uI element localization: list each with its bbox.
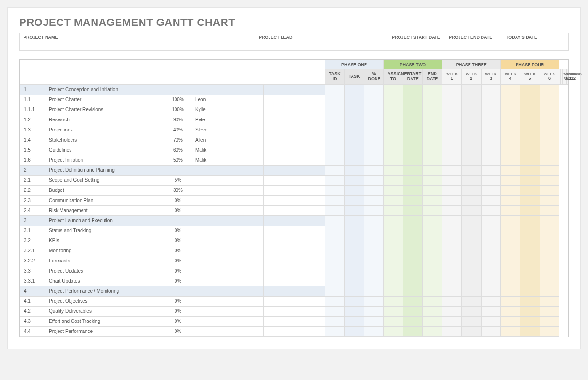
cell-week-3[interactable]: [364, 165, 384, 175]
cell-end-date[interactable]: [296, 175, 325, 185]
cell-week-1[interactable]: [325, 135, 345, 145]
cell-week-6[interactable]: [423, 226, 442, 236]
cell-week-5[interactable]: [403, 95, 423, 105]
cell-week-2[interactable]: [344, 125, 364, 135]
cell-week-6[interactable]: [423, 155, 442, 165]
cell-week-10[interactable]: [501, 105, 520, 115]
cell-end-date[interactable]: [296, 296, 325, 306]
cell-assigned[interactable]: [191, 316, 264, 326]
cell-week-12[interactable]: [540, 84, 559, 95]
cell-week-10[interactable]: [501, 215, 520, 226]
cell-end-date[interactable]: [296, 266, 325, 276]
cell-start-date[interactable]: [264, 296, 296, 306]
cell-week-2[interactable]: [344, 145, 364, 155]
cell-week-6[interactable]: [423, 84, 442, 95]
cell-task-id[interactable]: 1: [20, 84, 45, 95]
cell-week-11[interactable]: [520, 95, 540, 105]
cell-week-8[interactable]: [461, 155, 481, 165]
cell-week-2[interactable]: [344, 236, 364, 246]
cell-task[interactable]: Scope and Goal Setting: [45, 175, 165, 185]
cell-week-3[interactable]: [364, 125, 384, 135]
cell-week-5[interactable]: [403, 246, 423, 256]
cell-week-2[interactable]: [344, 246, 364, 256]
cell-pct-done[interactable]: 30%: [165, 185, 191, 195]
cell-week-4[interactable]: [384, 145, 403, 155]
cell-week-9[interactable]: [481, 115, 501, 125]
cell-week-10[interactable]: [501, 316, 520, 326]
cell-week-5[interactable]: [403, 115, 423, 125]
cell-task[interactable]: Monitoring: [45, 246, 165, 256]
cell-week-4[interactable]: [384, 316, 403, 326]
cell-task-id[interactable]: 3: [20, 215, 45, 226]
cell-start-date[interactable]: [264, 306, 296, 316]
cell-week-10[interactable]: [501, 155, 520, 165]
cell-week-12[interactable]: [540, 246, 559, 256]
cell-pct-done[interactable]: 0%: [165, 226, 191, 236]
cell-week-7[interactable]: [442, 296, 462, 306]
cell-week-12[interactable]: [540, 205, 559, 215]
cell-task-id[interactable]: 1.3: [20, 125, 45, 135]
cell-week-9[interactable]: [481, 105, 501, 115]
cell-week-5[interactable]: [403, 145, 423, 155]
cell-week-4[interactable]: [384, 215, 403, 226]
cell-week-7[interactable]: [442, 115, 462, 125]
cell-week-1[interactable]: [325, 306, 345, 316]
cell-pct-done[interactable]: 0%: [165, 236, 191, 246]
cell-task-id[interactable]: 4.3: [20, 316, 45, 326]
cell-week-1[interactable]: [325, 236, 345, 246]
cell-week-2[interactable]: [344, 95, 364, 105]
cell-pct-done[interactable]: [165, 286, 191, 296]
cell-week-12[interactable]: [540, 256, 559, 266]
cell-week-3[interactable]: [364, 236, 384, 246]
cell-start-date[interactable]: [264, 115, 296, 125]
cell-assigned[interactable]: [191, 165, 264, 175]
cell-week-10[interactable]: [501, 326, 520, 336]
cell-week-10[interactable]: [501, 95, 520, 105]
cell-week-3[interactable]: [364, 195, 384, 205]
cell-week-10[interactable]: [501, 266, 520, 276]
cell-week-7[interactable]: [442, 205, 462, 215]
cell-week-8[interactable]: [461, 125, 481, 135]
cell-week-7[interactable]: [442, 326, 462, 336]
cell-week-2[interactable]: [344, 115, 364, 125]
cell-week-5[interactable]: [403, 306, 423, 316]
cell-week-10[interactable]: [501, 226, 520, 236]
cell-week-9[interactable]: [481, 165, 501, 175]
cell-week-10[interactable]: [501, 125, 520, 135]
cell-task[interactable]: Project Conception and Initiation: [45, 84, 165, 95]
cell-week-5[interactable]: [403, 266, 423, 276]
cell-week-6[interactable]: [423, 145, 442, 155]
cell-assigned[interactable]: Kylie: [191, 105, 264, 115]
cell-week-6[interactable]: [423, 115, 442, 125]
cell-pct-done[interactable]: 70%: [165, 135, 191, 145]
cell-week-11[interactable]: [520, 326, 540, 336]
cell-week-9[interactable]: [481, 296, 501, 306]
cell-week-6[interactable]: [423, 165, 442, 175]
cell-week-8[interactable]: [461, 205, 481, 215]
cell-week-7[interactable]: [442, 175, 462, 185]
cell-end-date[interactable]: [296, 226, 325, 236]
cell-week-1[interactable]: [325, 125, 345, 135]
cell-task[interactable]: Project Charter: [45, 95, 165, 105]
cell-task[interactable]: Project Charter Revisions: [45, 105, 165, 115]
cell-week-3[interactable]: [364, 115, 384, 125]
cell-week-5[interactable]: [403, 236, 423, 246]
cell-end-date[interactable]: [296, 256, 325, 266]
cell-start-date[interactable]: [264, 95, 296, 105]
cell-week-8[interactable]: [461, 256, 481, 266]
cell-week-10[interactable]: [501, 135, 520, 145]
cell-week-1[interactable]: [325, 266, 345, 276]
cell-pct-done[interactable]: 0%: [165, 276, 191, 286]
cell-week-8[interactable]: [461, 105, 481, 115]
cell-task[interactable]: Status and Tracking: [45, 226, 165, 236]
cell-week-4[interactable]: [384, 84, 403, 95]
cell-week-12[interactable]: [540, 95, 559, 105]
cell-week-7[interactable]: [442, 195, 462, 205]
cell-week-3[interactable]: [364, 95, 384, 105]
cell-week-6[interactable]: [423, 185, 442, 195]
cell-start-date[interactable]: [264, 145, 296, 155]
cell-start-date[interactable]: [264, 226, 296, 236]
cell-start-date[interactable]: [264, 266, 296, 276]
cell-assigned[interactable]: [191, 215, 264, 226]
cell-start-date[interactable]: [264, 155, 296, 165]
